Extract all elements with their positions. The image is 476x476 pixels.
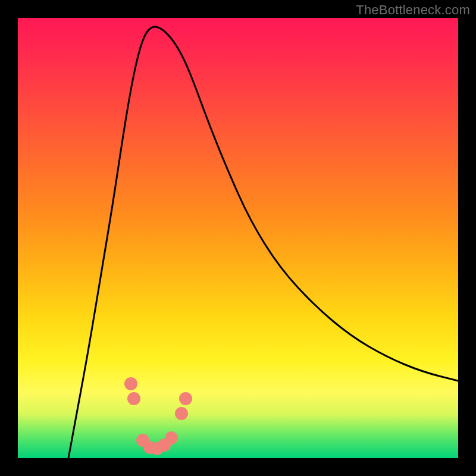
markers — [124, 377, 192, 455]
marker-left-1 — [124, 377, 137, 390]
chart-frame: TheBottleneck.com — [0, 0, 476, 476]
bottleneck-curve — [68, 27, 458, 458]
marker-right-2 — [179, 392, 192, 405]
plot-svg — [18, 18, 458, 458]
marker-left-2 — [127, 392, 140, 405]
plot-area — [18, 18, 458, 458]
marker-bottom-5 — [165, 431, 178, 444]
watermark-text: TheBottleneck.com — [356, 2, 470, 18]
marker-right-1 — [175, 407, 188, 420]
